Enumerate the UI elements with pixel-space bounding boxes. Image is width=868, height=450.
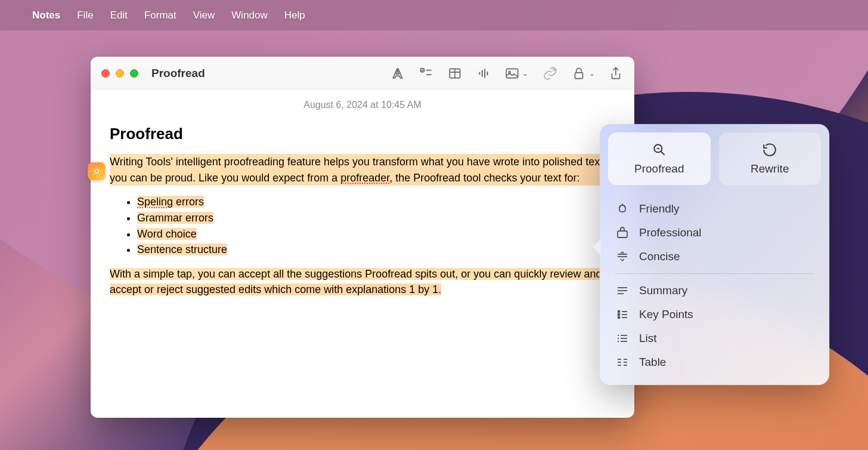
media-button[interactable]: ⌄: [504, 66, 528, 81]
table-label: Table: [639, 356, 666, 369]
divider: [615, 273, 814, 274]
note-content: Writing Tools' intelligent proofreading …: [110, 154, 615, 298]
notes-window: Proofread ⌄: [91, 57, 634, 418]
fullscreen-window-button[interactable]: [130, 69, 138, 78]
chevron-down-icon: ⌄: [522, 69, 528, 78]
svg-point-26: [618, 311, 620, 313]
minimize-window-button[interactable]: [116, 69, 124, 78]
chevron-down-icon: ⌄: [589, 69, 595, 78]
bullet-item: Speling errors: [137, 196, 204, 208]
window-title: Proofread: [151, 67, 205, 80]
note-editor[interactable]: August 6, 2024 at 10:45 AM Proofread Wri…: [91, 90, 634, 418]
menubar-view[interactable]: View: [185, 10, 224, 21]
selected-paragraph: Writing Tools' intelligent proofreading …: [110, 154, 615, 186]
bullet-item: Sentence structure: [137, 244, 227, 255]
professional-label: Professional: [639, 226, 702, 239]
rewrite-tab-label: Rewrite: [751, 162, 789, 175]
rewrite-tab[interactable]: Rewrite: [719, 132, 822, 185]
proofread-tab-label: Proofread: [634, 162, 684, 175]
selected-paragraph: With a simple tap, you can accept all th…: [110, 268, 602, 296]
menubar-file[interactable]: File: [69, 10, 101, 21]
svg-rect-20: [618, 231, 627, 238]
friendly-option[interactable]: Friendly: [613, 197, 816, 221]
concise-option[interactable]: Concise: [613, 245, 816, 269]
popover-arrow: [593, 239, 601, 255]
checklist-button[interactable]: [418, 66, 434, 81]
menubar-app-name[interactable]: Notes: [24, 10, 69, 21]
system-menubar: Notes File Edit Format View Window Help: [0, 0, 868, 30]
note-timestamp: August 6, 2024 at 10:45 AM: [110, 100, 615, 110]
link-button[interactable]: [542, 66, 558, 81]
svg-point-0: [95, 169, 99, 174]
menubar-edit[interactable]: Edit: [102, 10, 136, 21]
friendly-label: Friendly: [639, 202, 680, 215]
svg-point-27: [618, 314, 620, 316]
writing-tools-popover: Proofread Rewrite Friendly Professional …: [600, 124, 829, 385]
table-button[interactable]: [447, 66, 463, 81]
menubar-window[interactable]: Window: [223, 10, 275, 21]
summary-label: Summary: [639, 284, 687, 297]
summary-option[interactable]: Summary: [613, 279, 816, 303]
keypoints-label: Key Points: [639, 308, 693, 321]
list-option[interactable]: List: [613, 326, 816, 350]
list-label: List: [639, 332, 657, 345]
text-format-button[interactable]: [390, 66, 405, 81]
svg-line-19: [661, 152, 664, 155]
keypoints-option[interactable]: Key Points: [613, 303, 816, 326]
lock-button[interactable]: ⌄: [571, 66, 595, 81]
audio-button[interactable]: [476, 66, 491, 81]
svg-rect-16: [575, 73, 583, 79]
concise-label: Concise: [639, 250, 680, 263]
writing-tools-badge-icon[interactable]: [88, 162, 106, 180]
bullet-item: Grammar errors: [137, 212, 213, 224]
close-window-button[interactable]: [101, 69, 110, 78]
svg-point-14: [509, 71, 510, 73]
menubar-format[interactable]: Format: [136, 10, 185, 21]
table-option[interactable]: Table: [613, 350, 816, 374]
professional-option[interactable]: Professional: [613, 221, 816, 245]
menubar-help[interactable]: Help: [276, 10, 314, 21]
svg-rect-13: [506, 69, 518, 78]
note-title: Proofread: [110, 125, 615, 143]
svg-point-28: [618, 317, 620, 319]
share-button[interactable]: [608, 66, 624, 81]
bullet-item: Word choice: [137, 228, 197, 240]
window-titlebar: Proofread ⌄: [91, 57, 634, 90]
proofread-tab[interactable]: Proofread: [608, 132, 711, 185]
